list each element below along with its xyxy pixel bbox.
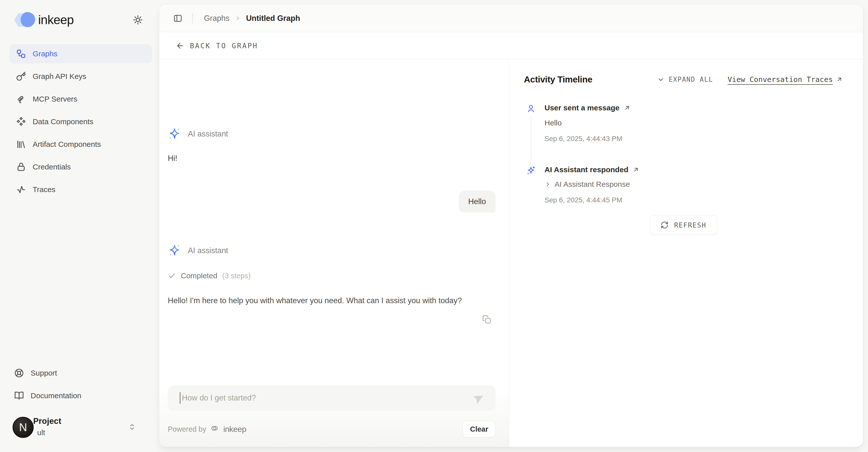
sidebar-item-traces[interactable]: Traces xyxy=(9,180,152,199)
event-title-link[interactable]: User sent a message xyxy=(545,104,843,112)
chevron-right-icon xyxy=(235,15,241,22)
clear-button[interactable]: Clear xyxy=(463,421,496,437)
event-timestamp: Sep 6, 2025, 4:44:43 PM xyxy=(545,135,843,143)
key-icon xyxy=(16,72,26,81)
refresh-button[interactable]: REFRESH xyxy=(650,215,717,235)
inkeep-logo-icon xyxy=(14,12,34,28)
workflow-icon xyxy=(16,49,26,59)
sidebar-item-mcp-servers[interactable]: MCP Servers xyxy=(9,89,152,109)
breadcrumb-bar: Graphs Untitled Graph xyxy=(159,4,863,32)
divider xyxy=(192,13,193,23)
sidebar-item-label: Graphs xyxy=(33,50,57,58)
chat-message-list[interactable]: AI assistant Hi! Hello AI assistant xyxy=(168,60,496,382)
sidebar-item-graphs[interactable]: Graphs xyxy=(9,44,152,63)
back-to-graph-link[interactable]: BACK TO GRAPH xyxy=(176,41,258,50)
refresh-icon xyxy=(660,221,669,229)
assistant-response-expander[interactable]: AI Assistant Response xyxy=(545,180,843,189)
chevrons-up-down-icon xyxy=(128,422,136,431)
sidebar-item-label: Graph API Keys xyxy=(33,72,86,81)
powered-by-label: Powered by xyxy=(168,425,206,433)
sidebar-item-graph-api-keys[interactable]: Graph API Keys xyxy=(9,67,152,86)
arrow-up-right-icon xyxy=(632,166,640,173)
status-steps: (3 steps) xyxy=(222,272,251,280)
sidebar-nav: Graphs Graph API Keys MCP Servers xyxy=(0,44,159,199)
assistant-message-header: AI assistant xyxy=(168,127,496,141)
view-traces-label: View Conversation Traces xyxy=(727,75,833,84)
assistant-message-text: Hello! I'm here to help you with whateve… xyxy=(168,294,493,307)
sidebar-toggle-button[interactable] xyxy=(173,14,182,23)
send-icon xyxy=(473,392,485,403)
sidebar-item-documentation[interactable]: Documentation xyxy=(7,386,152,405)
event-body-text: Hello xyxy=(545,119,843,127)
assistant-message-header: AI assistant xyxy=(168,244,496,257)
assistant-label: AI assistant xyxy=(188,130,228,139)
powered-by-brand: inkeep xyxy=(223,425,246,434)
assistant-message-text: Hi! xyxy=(168,154,496,163)
user-icon xyxy=(526,104,535,143)
inkeep-logo[interactable]: inkeep xyxy=(14,12,73,28)
breadcrumb: Graphs Untitled Graph xyxy=(204,14,300,23)
expand-all-label: EXPAND ALL xyxy=(669,76,713,83)
sparkles-icon xyxy=(526,166,536,204)
copy-button[interactable] xyxy=(482,315,492,324)
arrow-left-icon xyxy=(176,41,184,50)
sidebar-item-support[interactable]: Support xyxy=(7,364,152,383)
book-open-icon xyxy=(14,391,24,401)
powered-by-inkeep[interactable]: Powered by inkeep xyxy=(168,424,246,434)
send-button[interactable] xyxy=(473,392,485,403)
timeline-event-list: User sent a message Hello Sep 6, 2025, 4… xyxy=(524,104,843,204)
chat-panel: AI assistant Hi! Hello AI assistant xyxy=(159,60,509,447)
check-icon xyxy=(168,272,176,280)
event-title: AI Assistant responded xyxy=(545,165,628,174)
sparkles-icon xyxy=(168,127,181,141)
arrow-up-right-icon xyxy=(836,76,843,83)
mcp-icon xyxy=(16,94,26,104)
sidebar-item-data-components[interactable]: Data Components xyxy=(9,112,152,131)
sidebar-item-artifact-components[interactable]: Artifact Components xyxy=(9,135,152,154)
back-toolbar: BACK TO GRAPH xyxy=(159,32,863,60)
event-title: User sent a message xyxy=(545,104,620,112)
sidebar-item-label: Credentials xyxy=(33,163,71,171)
project-selector[interactable]: N Project ult xyxy=(7,413,152,445)
refresh-label: REFRESH xyxy=(674,221,706,229)
sun-icon xyxy=(133,15,143,25)
component-icon xyxy=(16,117,26,127)
expand-all-button[interactable]: EXPAND ALL xyxy=(657,76,713,83)
text-cursor xyxy=(180,392,180,404)
project-title: Project xyxy=(33,416,61,426)
sidebar-item-credentials[interactable]: Credentials xyxy=(9,158,152,176)
project-subtitle: ult xyxy=(37,428,45,437)
sidebar: inkeep Graphs xyxy=(0,0,159,452)
lock-icon xyxy=(16,162,26,172)
completion-status[interactable]: Completed (3 steps) xyxy=(168,272,496,280)
view-conversation-traces-link[interactable]: View Conversation Traces xyxy=(727,75,843,84)
copy-icon xyxy=(482,315,492,324)
event-timestamp: Sep 6, 2025, 4:44:45 PM xyxy=(545,196,843,204)
timeline-event-assistant-response: AI Assistant responded AI Assistant Resp… xyxy=(524,165,843,204)
activity-icon xyxy=(16,185,26,195)
activity-timeline-panel: Activity Timeline EXPAND ALL View Conver… xyxy=(509,60,863,447)
sidebar-item-label: Traces xyxy=(33,185,56,194)
sidebar-item-label: Documentation xyxy=(31,391,82,400)
chat-message-input[interactable] xyxy=(182,393,473,402)
brand-wordmark: inkeep xyxy=(38,12,73,27)
status-label: Completed xyxy=(181,272,217,280)
inkeep-outline-icon xyxy=(210,424,220,434)
chat-input-container xyxy=(168,386,496,411)
timeline-title: Activity Timeline xyxy=(524,75,592,84)
sidebar-item-label: Support xyxy=(31,369,57,377)
panel-left-icon xyxy=(173,14,182,23)
assistant-label: AI assistant xyxy=(188,246,228,255)
theme-toggle-button[interactable] xyxy=(133,15,143,25)
breadcrumb-graphs[interactable]: Graphs xyxy=(204,14,229,23)
arrow-up-right-icon xyxy=(624,104,631,111)
chevron-down-icon xyxy=(657,76,664,83)
event-detail-label: AI Assistant Response xyxy=(555,180,630,189)
life-buoy-icon xyxy=(14,368,24,378)
back-to-graph-label: BACK TO GRAPH xyxy=(190,42,258,50)
sidebar-item-label: Data Components xyxy=(33,117,93,126)
user-message-bubble: Hello xyxy=(459,191,496,213)
breadcrumb-current-page: Untitled Graph xyxy=(246,14,300,23)
sparkles-icon xyxy=(168,244,181,257)
event-title-link[interactable]: AI Assistant responded xyxy=(545,165,843,174)
